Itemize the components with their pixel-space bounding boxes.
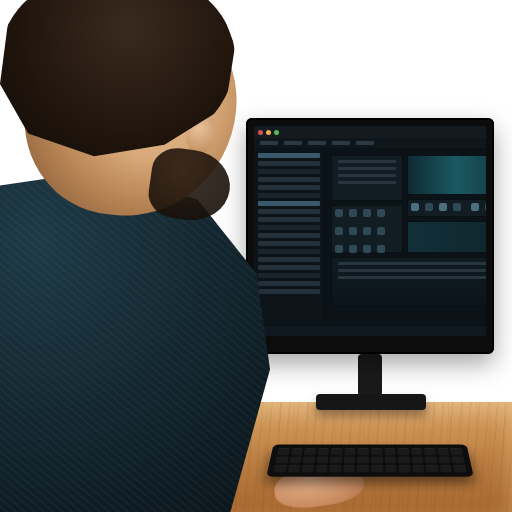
status-bar <box>254 325 486 336</box>
panel-grid <box>331 205 403 253</box>
toolbar-item <box>332 141 350 145</box>
panel-strip <box>407 221 486 253</box>
scene: { "description": "Photorealistic/rendere… <box>0 0 512 512</box>
app-toolbar <box>254 138 486 149</box>
person <box>0 0 270 512</box>
keyboard-keys <box>273 448 466 472</box>
app-body <box>254 149 486 325</box>
window-dot-max-icon <box>274 130 279 135</box>
panel-chips <box>407 199 486 217</box>
keyboard <box>266 444 473 476</box>
toolbar-item <box>308 141 326 145</box>
screen <box>254 126 486 336</box>
person-torso <box>0 172 270 512</box>
monitor-stand-neck <box>358 354 382 396</box>
panel-properties <box>331 155 403 201</box>
panel-timeline <box>331 257 486 307</box>
monitor-bezel <box>246 118 494 354</box>
app-titlebar <box>254 126 486 138</box>
monitor-stand-base <box>316 394 426 410</box>
monitor <box>246 118 494 354</box>
toolbar-item <box>284 141 302 145</box>
toolbar-item <box>356 141 374 145</box>
panel-waveform <box>407 155 486 195</box>
main-area <box>325 149 486 325</box>
